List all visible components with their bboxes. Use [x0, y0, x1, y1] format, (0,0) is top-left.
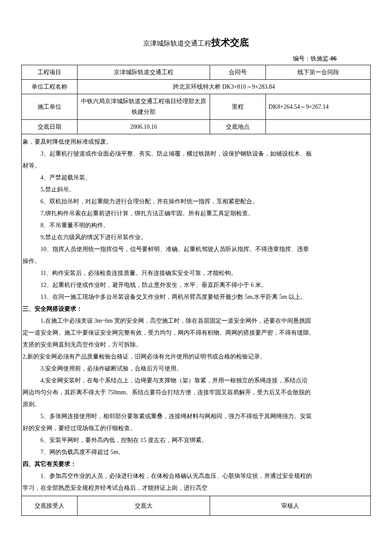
document-table: 工程项目 京津城际轨道交通工程 合同号 线下第一合同段 单位工程名称 跨北京环线… [21, 65, 371, 516]
body-text: 4、严禁超载吊装。 [23, 172, 369, 184]
label-unit-project: 单位工程名称 [22, 79, 78, 94]
body-text: 8、不吊重量不明的构件。 [23, 220, 369, 231]
body-text: 好的安全网，要经过现场领工的仔细检查。 [23, 422, 369, 434]
table-row: 工程项目 京津城际轨道交通工程 合同号 线下第一合同段 [22, 65, 371, 79]
body-text: 5,禁止斜吊。 [23, 184, 369, 196]
value-contract: 线下第一合同段 [266, 65, 371, 79]
body-text: 操作。 [23, 255, 369, 267]
footer-reviewer: 审核人 [210, 496, 371, 515]
body-text: 7、网的负载高度不得超过 5m。 [23, 446, 369, 458]
label-construction-unit: 施工单位 [22, 94, 78, 119]
footer-receiver: 交底接受人 [22, 496, 78, 515]
body-text: 支搭的安全网直到无高空作业时，方可拆除。 [23, 339, 369, 351]
body-text: 3、起重机行驶道或作业面必须平整、夯实。防止倾覆，横过铁路时，设保护钢轨设备，如… [23, 148, 369, 160]
label-contract: 合同号 [210, 65, 266, 79]
value-mileage: DK8+264.54～9+267.14 [266, 94, 371, 119]
title-large: 技术交底 [211, 37, 249, 48]
body-text: 4,安全网安装时，在每个系结点上，边绳要与支撑物（架）靠紧，并用一根独立的系绳连… [23, 375, 369, 387]
document-number: 编号：铁施监-06 [21, 53, 371, 64]
footer-row: 交底接受人 交底大 审核人 [22, 496, 371, 515]
value-project: 京津城际轨道交通工程 [78, 65, 210, 79]
body-text: 原则。 [23, 399, 369, 410]
table-row: 单位工程名称 跨北京环线特大桥 DK3+810～9+283.84 [22, 79, 371, 94]
body-text: 6、双机抬吊时，对起重能力进行合理分配，并在操作时统一指挥，互相紧密配合。 [23, 196, 369, 208]
body-text: 2,新的安全网必须有产品质量检验合格证，旧网必须有允许使用的证明书或合格的检验记… [23, 351, 369, 363]
content-cell: 象，要及时降低使用标准或报废。 3、起重机行驶道或作业面必须平整、夯实。防止倾覆… [22, 134, 371, 496]
body-text: 1,在施工中必须支设 3m~6m 宽的安全网，高空施工时，除在首层固定一道安全网… [23, 315, 369, 327]
value-unit-project: 跨北京环线特大桥 DK3+810～9+283.84 [78, 79, 371, 94]
body-text: 13、在同一施工现场中多台吊装设备交叉作业时，两机吊臂高度要错开最少数 5m,水… [23, 291, 369, 303]
footer-presenter: 交底大 [78, 496, 210, 515]
doc-number-label: 编号：铁施监 [293, 55, 329, 62]
body-text: 定一道安全网。施工中要保证安全网完整有效，受力均匀，网内不得有积物。两网的搭接要… [23, 327, 369, 339]
body-text: 网边均匀分布，其距离不得大于 750mm。系结点要符合打结方便，连接牢固又容易解… [23, 387, 369, 399]
body-text: 6、安装平网时，要外高内低，控制在 15 度左右，网不宜绑紧。 [23, 434, 369, 446]
label-project: 工程项目 [22, 65, 78, 79]
table-row: 交底日期 2006.10.16 交底地点 [22, 119, 371, 134]
content-body: 象，要及时降低使用标准或报废。 3、起重机行驶道或作业面必须平整、夯实。防止倾覆… [22, 134, 370, 496]
section-heading: 四、其它有关要求： [23, 458, 369, 470]
body-text: 1、参加高空作业的人员，必须进行体检，在体检合格确认无高血压、心脏病等症状，并通… [23, 470, 369, 482]
body-text: 9,禁止在六级风的情况下进行吊装作业。 [23, 231, 369, 243]
body-text: 12、起重机行使或作业时，避开电线，防止意外发生，水平、垂直距离不得小于 6 米… [23, 279, 369, 291]
doc-number-suffix: -06 [329, 55, 337, 62]
page-title: 京津城际轨道交通工程技术交底 [21, 34, 371, 51]
body-text: 10、指挥人员使用统一指挥信号，信号要鲜明、准确。起重机驾驶人员听从指挥。不得违… [23, 243, 369, 255]
value-construction-unit: 中铁六局京津城际轨道交通工程项目经理部太原铁建分部 [78, 94, 210, 119]
body-text: 3,安全网使用前，必须作破断试验，合格后方可使用。 [23, 363, 369, 375]
body-text: 材等。 [23, 160, 369, 172]
body-text: 11、构件安装后，必须检查连接质量。只有连接确实安全可靠，才能松钩。 [23, 267, 369, 279]
label-date: 交底日期 [22, 119, 78, 134]
body-text: 象，要及时降低使用标准或报废。 [23, 136, 369, 148]
title-small: 京津城际轨道交通工程 [143, 40, 211, 47]
body-text: 7,绑扎构件吊索在起重前进行计算，绑扎方法正确牢固。所有起重工具定期检查。 [23, 208, 369, 220]
body-text: 5、多张网连接使用时，相邻部分要靠紧或重叠，连接绳材料与网相同，强力不得低于其网… [23, 410, 369, 422]
label-location: 交底地点 [210, 119, 266, 134]
body-text: 学习，在全部熟悉安全规程并经考试合格后，才能持证上岗，进行高空 [23, 482, 369, 494]
section-heading: 三、安全网搭设要求： [23, 303, 369, 315]
content-row: 象，要及时降低使用标准或报废。 3、起重机行驶道或作业面必须平整、夯实。防止倾覆… [22, 134, 371, 496]
label-mileage: 里程 [210, 94, 266, 119]
value-location [266, 119, 371, 134]
value-date: 2006.10.16 [78, 119, 210, 134]
table-row: 施工单位 中铁六局京津城际轨道交通工程项目经理部太原铁建分部 里程 DK8+26… [22, 94, 371, 119]
